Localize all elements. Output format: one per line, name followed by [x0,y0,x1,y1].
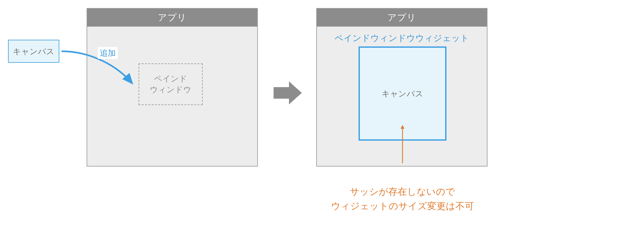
app-title-left-text: アプリ [158,12,187,24]
app-title-right-text: アプリ [387,12,416,24]
transition-arrow-icon [274,80,302,106]
caption-line1: サッシが存在しないので [350,186,455,197]
add-label: 追加 [98,47,118,59]
canvas-box-label: キャンバス [382,88,423,99]
app-window-left: アプリ ペインド ウィンドウ [87,8,258,167]
note-caption: サッシが存在しないので ウィジェットのサイズ変更は不可 [327,184,478,213]
app-title-right: アプリ [317,9,487,27]
diagram-root: キャンバス アプリ ペインド ウィンドウ 追加 アプ [0,0,644,246]
dashed-line1: ペインド [154,74,187,83]
canvas-chip-label: キャンバス [13,46,55,57]
note-arrow-icon [399,125,406,163]
caption-line2: ウィジェットのサイズ変更は不可 [331,201,474,211]
paned-window-widget-label: ペインドウィンドウウィジェット [317,32,487,44]
app-title-left: アプリ [87,9,257,27]
dashed-line2: ウィンドウ [150,85,191,94]
paned-window-placeholder: ペインド ウィンドウ [139,63,203,105]
canvas-chip: キャンバス [8,40,59,63]
